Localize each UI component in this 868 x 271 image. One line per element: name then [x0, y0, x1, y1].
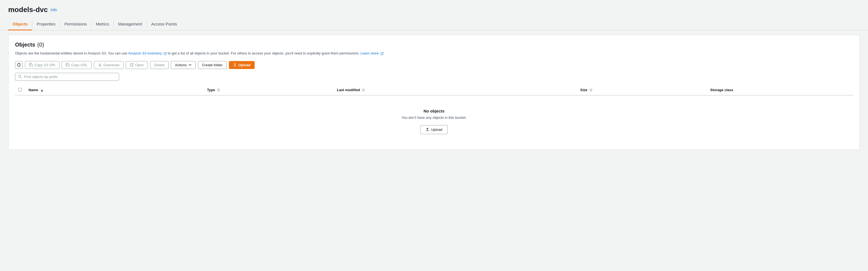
download-icon — [98, 63, 102, 67]
copy-url-label: Copy URL — [71, 63, 88, 67]
external-link-icon-1 — [163, 52, 167, 55]
col-type-label: Type — [207, 88, 215, 92]
svg-rect-1 — [67, 64, 69, 67]
tab-objects[interactable]: Objects — [8, 18, 32, 30]
create-folder-label: Create folder — [202, 63, 223, 67]
col-storage-label: Storage class — [710, 88, 734, 92]
empty-state-description: You don't have any objects in this bucke… — [15, 116, 853, 120]
tabs-navigation: Objects Properties Permissions Metrics M… — [0, 18, 868, 30]
section-header: Objects (0) — [15, 41, 853, 48]
table-header-storage-class: Storage class — [707, 85, 853, 95]
filter-size-icon[interactable]: ▽ — [590, 88, 592, 92]
download-button[interactable]: Download — [94, 61, 123, 69]
external-link-icon-2 — [380, 52, 383, 55]
tab-permissions[interactable]: Permissions — [60, 18, 91, 30]
col-name-label: Name — [29, 88, 38, 92]
table-header-modified: Last modified ▽ — [334, 85, 577, 95]
tab-management[interactable]: Management — [114, 18, 147, 30]
actions-button[interactable]: Actions — [171, 61, 196, 69]
empty-state-title: No objects — [15, 109, 853, 113]
open-button[interactable]: Open — [126, 61, 148, 69]
refresh-icon — [17, 63, 21, 67]
create-folder-button[interactable]: Create folder — [198, 61, 227, 69]
filter-modified-icon[interactable]: ▽ — [362, 88, 365, 92]
open-icon — [130, 63, 134, 67]
toolbar: Copy S3 URI Copy URL Download — [15, 61, 853, 69]
empty-state-row: No objects You don't have any objects in… — [15, 95, 853, 143]
section-title: Objects — [15, 41, 35, 48]
delete-label: Delete — [154, 63, 164, 67]
section-description: Objects are the fundamental entities sto… — [15, 51, 853, 56]
search-icon — [18, 75, 22, 79]
col-size-label: Size — [580, 88, 587, 92]
copy-icon — [29, 63, 33, 67]
actions-label: Actions — [175, 63, 187, 67]
upload-button[interactable]: Upload — [229, 61, 255, 69]
upload-button-label: Upload — [239, 63, 251, 67]
search-input-wrap — [15, 73, 119, 81]
s3-inventory-link[interactable]: Amazon S3 inventory — [128, 51, 162, 55]
tab-access-points[interactable]: Access Points — [147, 18, 181, 30]
upload-icon — [233, 63, 237, 67]
empty-state-upload-label: Upload — [431, 127, 442, 132]
description-middle: to get a list of all objects in your buc… — [167, 51, 360, 55]
info-link[interactable]: Info — [51, 8, 57, 12]
table-header-type: Type ▽ — [204, 85, 334, 95]
refresh-button[interactable] — [15, 61, 23, 69]
bucket-name: models-dvc — [8, 5, 48, 14]
filter-type-icon[interactable]: ▽ — [217, 88, 220, 92]
table-header-checkbox — [15, 85, 25, 95]
select-all-checkbox[interactable] — [18, 88, 22, 91]
table-header-name: Name ▲ — [25, 85, 204, 95]
copy-url-icon — [66, 63, 69, 67]
table-header-row: Name ▲ Type ▽ Last modified ▽ Size ▽ Sto… — [15, 85, 853, 95]
download-label: Download — [103, 63, 119, 67]
description-prefix: Objects are the fundamental entities sto… — [15, 51, 128, 55]
objects-count: (0) — [37, 41, 44, 48]
empty-state: No objects You don't have any objects in… — [15, 95, 853, 143]
delete-button[interactable]: Delete — [150, 61, 169, 69]
svg-rect-0 — [30, 64, 32, 67]
empty-state-upload-button[interactable]: Upload — [420, 125, 447, 134]
sort-name-icon[interactable]: ▲ — [40, 88, 44, 92]
copy-s3-uri-label: Copy S3 URI — [34, 63, 55, 67]
open-label: Open — [135, 63, 144, 67]
chevron-down-icon — [188, 63, 192, 66]
learn-more-link[interactable]: Learn more — [361, 51, 379, 55]
copy-url-button[interactable]: Copy URL — [62, 61, 92, 69]
tab-properties[interactable]: Properties — [32, 18, 60, 30]
tab-metrics[interactable]: Metrics — [91, 18, 113, 30]
search-input[interactable] — [24, 75, 116, 79]
search-bar-row — [15, 73, 853, 81]
objects-table: Name ▲ Type ▽ Last modified ▽ Size ▽ Sto… — [15, 85, 853, 143]
copy-s3-uri-button[interactable]: Copy S3 URI — [25, 61, 59, 69]
col-modified-label: Last modified — [337, 88, 360, 92]
upload-empty-icon — [426, 127, 429, 131]
main-panel: Objects (0) Objects are the fundamental … — [8, 35, 860, 150]
table-header-size: Size ▽ — [577, 85, 707, 95]
